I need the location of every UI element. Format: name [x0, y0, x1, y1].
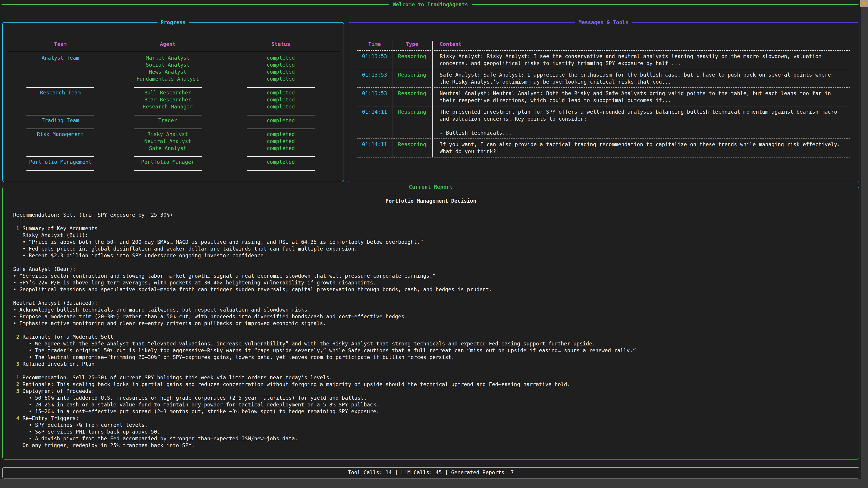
status-cell: completed [222, 89, 340, 96]
report-text: • The Neutral compromise—“trimming 20–30… [13, 354, 454, 360]
progress-panel-title: Progress [158, 19, 189, 26]
list-number: 2 [13, 381, 23, 387]
progress-header-underline [7, 51, 340, 51]
report-line: • SPY declines 7% from current levels. [13, 422, 852, 428]
horizontal-scrollbar-track[interactable] [0, 479, 868, 488]
report-line [13, 259, 852, 266]
separator-cell [222, 152, 340, 158]
progress-row: Trading TeamTradercompleted [7, 117, 340, 124]
report-text: • Fed cuts priced in, global disinflatio… [13, 246, 358, 252]
status-cell: completed [222, 68, 340, 75]
separator-cell [114, 125, 222, 130]
separator-cell [7, 83, 114, 89]
progress-row: Analyst TeamMarket Analystcompleted [7, 55, 340, 61]
banner-rule-line-right [472, 4, 859, 5]
messages-panel: Messages & Tools Time Type Content 01:13… [348, 22, 860, 182]
message-type: Reasoning [392, 53, 432, 67]
list-number: 3 [13, 361, 23, 367]
separator-cell [7, 166, 114, 172]
report-line: On any trigger, redeploy in 25% tranches… [13, 442, 852, 449]
agent-cell: Social Analyst [114, 61, 222, 68]
report-line: • Geopolitical tensions and speculative … [13, 286, 852, 293]
report-line: • Acknowledge bullish technicals and mac… [13, 306, 852, 313]
progress-group-separator [7, 110, 340, 117]
scrollbar-thumb[interactable] [860, 0, 868, 7]
report-text: Risky Analyst (Bull): [13, 232, 88, 238]
team-cell: Research Team [7, 89, 114, 96]
separator-cell [114, 166, 222, 172]
messages-col-time: Time [357, 41, 392, 48]
report-text: • SPY’s 22× P/E is above long–term avera… [13, 280, 376, 286]
agent-cell: Neutral Analyst [114, 138, 222, 145]
report-text: • The trader’s original 50% cut is likel… [13, 348, 636, 353]
agent-cell: Trader [114, 117, 222, 124]
progress-row: Neutral Analystcompleted [7, 138, 340, 145]
report-line: • 20–25% in cash or a stable–value fund … [13, 401, 852, 408]
report-text: Safe Analyst (Bear): [13, 266, 76, 272]
report-line: 2 Rationale: This scaling back locks in … [13, 381, 852, 388]
message-content: If you want, I can also provide a tactic… [432, 141, 850, 155]
separator-cell [222, 83, 340, 89]
message-row: 01:13:53ReasoningSafe Analyst: Safe Anal… [357, 69, 850, 88]
report-line: • “Price is above both the 50– and 200–d… [13, 238, 852, 246]
separator-cell [7, 125, 114, 130]
team-cell: Risk Management [7, 131, 114, 138]
message-row: 01:13:53ReasoningNeutral Analyst: Neutra… [357, 88, 850, 106]
report-line: 1 Recommendation: Sell 25–30% of current… [13, 374, 852, 381]
report-text: Re–Entry Triggers: [23, 415, 79, 421]
report-text: • 20–25% in cash or a stable–value fund … [13, 402, 379, 408]
progress-col-team: Team [7, 41, 114, 48]
agent-cell: Risky Analyst [114, 131, 222, 138]
report-text: Rationale: This scaling back locks in pa… [23, 381, 570, 387]
progress-group-separator [7, 152, 340, 159]
agent-cell: Bear Researcher [114, 96, 222, 103]
progress-row: News Analystcompleted [7, 68, 340, 75]
report-text: • Recent $2.3 billion inflows into SPY u… [13, 253, 267, 258]
report-text: • “Price is above both the 50– and 200–d… [13, 239, 423, 245]
status-cell: completed [222, 159, 340, 166]
agent-cell: Research Manager [114, 103, 222, 110]
team-cell: Trading Team [7, 117, 114, 124]
team-cell [7, 145, 114, 152]
list-number: 1 [13, 375, 23, 381]
current-report-title: Current Report [406, 184, 456, 190]
list-number: 4 [13, 415, 23, 421]
report-body: Recommendation: Sell (trim SPY exposure … [13, 212, 852, 449]
progress-row: Bear Researchercompleted [7, 96, 340, 103]
report-text: • We agree with the Safe Analyst that “e… [13, 341, 595, 347]
report-line: 2 Rationale for a Moderate Sell [13, 333, 852, 340]
report-line: • Recent $2.3 billion inflows into SPY u… [13, 252, 852, 259]
messages-table: Time Type Content 01:13:53ReasoningRisky… [357, 41, 850, 158]
separator-cell [222, 166, 340, 172]
report-line [13, 293, 852, 300]
report-text: • 50–60% into laddered U.S. Treasuries o… [13, 395, 367, 401]
message-time: 01:13:53 [357, 90, 392, 104]
status-cell: completed [222, 117, 340, 124]
report-line: • Fed cuts priced in, global disinflatio… [13, 246, 852, 252]
report-text: • S&P services PMI turns back up above 5… [13, 429, 160, 435]
progress-table: Team Agent Status Analyst TeamMarket Ana… [7, 41, 340, 172]
team-cell [7, 68, 114, 75]
report-text: Neutral Analyst (Balanced): [13, 300, 98, 306]
separator-cell [7, 152, 114, 158]
current-report-panel: Current Report Portfolio Management Deci… [2, 187, 860, 459]
messages-column-divider-2 [432, 41, 433, 158]
report-line: Recommendation: Sell (trim SPY exposure … [13, 212, 852, 218]
progress-group-separator [7, 83, 340, 89]
report-line: Neutral Analyst (Balanced): [13, 300, 852, 306]
status-cell: completed [222, 138, 340, 145]
separator-cell [222, 111, 340, 117]
report-text: • A dovish pivot from the Fed accompanie… [13, 435, 298, 442]
report-line: 3 Refined Investment Plan [13, 361, 852, 367]
team-cell [7, 75, 114, 83]
report-line: • We agree with the Safe Analyst that “e… [13, 340, 852, 347]
banner-rule-line-left [2, 4, 389, 5]
vertical-scrollbar-track[interactable] [861, 0, 868, 488]
report-line: • S&P services PMI turns back up above 5… [13, 428, 852, 435]
progress-table-header: Team Agent Status [7, 41, 340, 48]
progress-group-separator [7, 166, 340, 172]
progress-row: Risk ManagementRisky Analystcompleted [7, 131, 340, 138]
message-content: The presented investment plan for SPY of… [432, 108, 850, 136]
agent-cell: Market Analyst [114, 55, 222, 61]
report-text: • Acknowledge bullish technicals and mac… [13, 307, 310, 313]
